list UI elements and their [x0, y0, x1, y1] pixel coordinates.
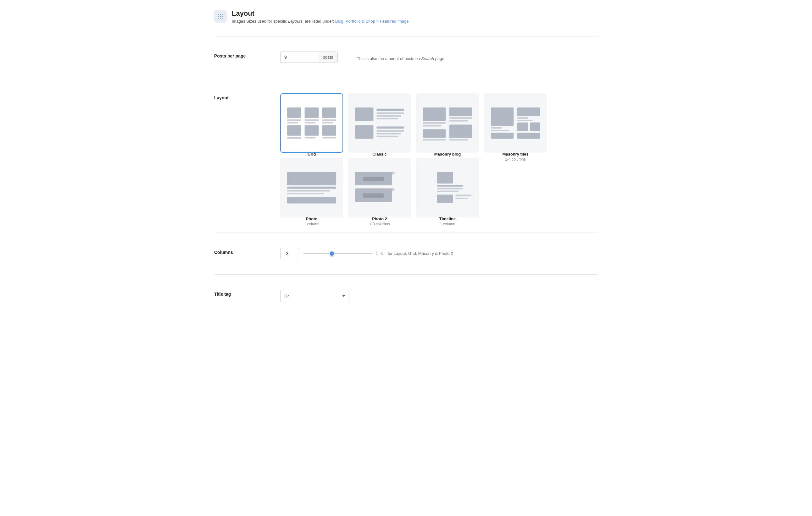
- posts-per-page-row: Posts per page posts This is also the am…: [214, 44, 598, 70]
- svg-rect-30: [376, 126, 404, 128]
- svg-rect-38: [450, 117, 472, 119]
- masonry-tiles-preview: [490, 99, 541, 147]
- svg-rect-37: [423, 125, 441, 127]
- header-description: Images Sizes used for specific Layouts, …: [232, 19, 409, 24]
- photo-card-subtitle: 1 column: [286, 222, 338, 226]
- header-text: Layout Images Sizes used for specific La…: [232, 9, 409, 24]
- svg-rect-10: [305, 108, 319, 118]
- layout-label: Layout: [214, 93, 271, 100]
- layout-grid: Grid 2-4 columns: [280, 93, 598, 217]
- layout-card-photo[interactable]: Photo 1 column: [280, 158, 343, 217]
- timeline-card-subtitle: 1 column: [422, 222, 473, 226]
- posts-per-page-input[interactable]: [280, 52, 318, 63]
- range-label: 1 - 6: [376, 251, 383, 256]
- layout-card-masonry-blog[interactable]: Masonry blog 2-4 columns: [416, 93, 479, 153]
- svg-rect-39: [450, 120, 468, 122]
- title-tag-row: Title tag H1 H2 H3 H4 H5 H6: [214, 282, 598, 310]
- svg-rect-40: [423, 129, 446, 138]
- photo-card-title: Photo: [286, 216, 338, 221]
- photo-preview: [286, 163, 338, 212]
- svg-rect-22: [305, 137, 316, 139]
- masonry-blog-card-title: Masonry blog: [422, 152, 473, 156]
- svg-rect-54: [287, 172, 336, 185]
- title-tag-label: Title tag: [214, 290, 271, 297]
- svg-rect-27: [376, 115, 401, 117]
- svg-point-64: [392, 188, 395, 191]
- svg-point-6: [218, 18, 219, 19]
- posts-row-inner: posts This is also the amount of posts o…: [280, 52, 598, 63]
- timeline-card-title: Timeline: [422, 216, 473, 221]
- svg-rect-15: [305, 122, 316, 123]
- svg-rect-69: [437, 191, 459, 192]
- svg-rect-43: [450, 139, 468, 141]
- svg-rect-28: [376, 118, 398, 119]
- layout-card-masonry-tiles[interactable]: Masonry tiles 2-4 columns: [484, 93, 547, 153]
- svg-rect-19: [305, 125, 319, 136]
- masonry-tiles-card-subtitle: 2-4 columns: [490, 157, 541, 161]
- svg-rect-70: [437, 195, 453, 203]
- svg-rect-72: [455, 198, 468, 199]
- posts-suffix: posts: [318, 52, 338, 63]
- svg-rect-45: [517, 108, 540, 116]
- divider-2: [214, 78, 598, 78]
- svg-rect-49: [530, 123, 540, 131]
- svg-rect-53: [517, 132, 540, 139]
- svg-rect-31: [376, 130, 404, 132]
- svg-rect-34: [423, 108, 446, 121]
- svg-rect-21: [287, 137, 301, 139]
- svg-rect-41: [450, 125, 472, 138]
- svg-rect-52: [491, 132, 514, 139]
- divider-3: [214, 233, 598, 233]
- svg-point-2: [222, 14, 223, 15]
- svg-rect-51: [491, 130, 510, 131]
- svg-point-7: [220, 18, 221, 19]
- svg-rect-50: [491, 127, 502, 128]
- page-wrapper: Layout Images Sizes used for specific La…: [202, 0, 610, 319]
- svg-rect-56: [287, 190, 330, 192]
- svg-rect-32: [376, 133, 401, 134]
- photo2-preview: [354, 163, 405, 212]
- description-suffix: , are listed under:: [302, 19, 335, 24]
- layout-card-photo2[interactable]: Photo 2 1-3 columns: [348, 158, 411, 217]
- posts-per-page-content: posts This is also the amount of posts o…: [280, 52, 598, 63]
- photo2-card-title: Photo 2: [354, 216, 405, 221]
- layout-card-classic[interactable]: Classic 1 column: [348, 93, 411, 153]
- columns-label: Columns: [214, 248, 271, 255]
- svg-rect-16: [322, 119, 336, 121]
- featured-image-link[interactable]: Blog, Portfolio & Shop > Featured Image: [335, 19, 409, 24]
- svg-point-0: [218, 14, 219, 15]
- columns-number-input[interactable]: [280, 248, 299, 259]
- svg-rect-11: [322, 108, 336, 118]
- svg-rect-25: [376, 109, 404, 111]
- posts-per-page-label: Posts per page: [214, 52, 271, 58]
- svg-point-61: [392, 172, 395, 175]
- layout-card-timeline[interactable]: Timeline 1 column: [416, 158, 479, 217]
- columns-slider[interactable]: [303, 253, 373, 254]
- svg-rect-67: [437, 185, 463, 187]
- layout-content: Grid 2-4 columns: [280, 93, 598, 217]
- svg-rect-71: [455, 195, 471, 197]
- layout-card-grid[interactable]: Grid 2-4 columns: [280, 93, 343, 153]
- svg-rect-14: [305, 119, 319, 121]
- svg-rect-35: [450, 108, 472, 116]
- svg-point-3: [218, 16, 219, 17]
- slider-wrapper: 1 - 6: [303, 251, 383, 256]
- svg-rect-48: [517, 123, 528, 131]
- svg-rect-58: [287, 197, 336, 203]
- svg-rect-47: [517, 120, 533, 121]
- svg-point-1: [220, 14, 221, 15]
- page-title: Layout: [232, 9, 409, 18]
- layout-row: Layout: [214, 86, 598, 225]
- svg-rect-36: [423, 122, 446, 124]
- svg-rect-63: [363, 193, 384, 198]
- svg-rect-60: [363, 177, 384, 181]
- svg-rect-55: [287, 187, 336, 189]
- title-tag-select[interactable]: H1 H2 H3 H4 H5 H6: [280, 290, 349, 302]
- svg-rect-29: [355, 125, 374, 139]
- grid-preview: [286, 99, 338, 147]
- svg-point-8: [222, 18, 223, 19]
- svg-rect-44: [491, 108, 514, 126]
- columns-inner: 1 - 6 for Layout: Grid, Masonry & Photo …: [280, 248, 598, 259]
- svg-rect-20: [322, 125, 336, 136]
- posts-input-group: posts: [280, 52, 338, 63]
